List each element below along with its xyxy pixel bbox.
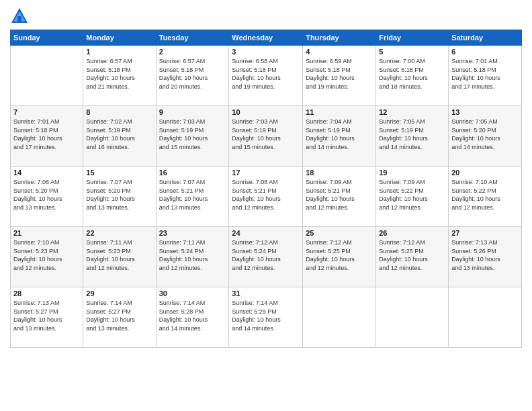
day-info: Sunrise: 7:03 AM Sunset: 5:19 PM Dayligh… [159,118,226,151]
calendar-cell: 31Sunrise: 7:14 AM Sunset: 5:29 PM Dayli… [229,287,303,348]
calendar-cell: 11Sunrise: 7:04 AM Sunset: 5:19 PM Dayli… [303,106,376,167]
calendar-cell: 24Sunrise: 7:12 AM Sunset: 5:24 PM Dayli… [229,227,303,287]
day-number: 13 [451,108,519,116]
calendar-week-row: 14Sunrise: 7:06 AM Sunset: 5:20 PM Dayli… [11,167,522,227]
weekday-header: Tuesday [156,30,229,46]
calendar-cell: 17Sunrise: 7:08 AM Sunset: 5:21 PM Dayli… [229,167,303,227]
weekday-header: Sunday [11,30,83,46]
day-info: Sunrise: 7:07 AM Sunset: 5:20 PM Dayligh… [86,178,152,212]
day-info: Sunrise: 7:03 AM Sunset: 5:19 PM Dayligh… [232,118,300,151]
day-number: 2 [159,48,226,56]
day-number: 11 [306,108,373,116]
day-info: Sunrise: 6:57 AM Sunset: 5:18 PM Dayligh… [159,57,226,91]
day-number: 27 [451,229,519,237]
day-number: 9 [159,108,226,116]
calendar-cell: 20Sunrise: 7:10 AM Sunset: 5:22 PM Dayli… [449,167,522,227]
calendar-cell: 15Sunrise: 7:07 AM Sunset: 5:20 PM Dayli… [83,167,156,227]
day-info: Sunrise: 7:11 AM Sunset: 5:23 PM Dayligh… [86,238,152,272]
day-number: 20 [451,169,519,177]
weekday-header: Saturday [449,30,522,46]
calendar-cell: 5Sunrise: 7:00 AM Sunset: 5:18 PM Daylig… [376,46,449,106]
calendar-cell: 27Sunrise: 7:13 AM Sunset: 5:26 PM Dayli… [449,227,522,287]
day-number: 15 [86,169,152,177]
day-number: 10 [232,108,300,116]
day-info: Sunrise: 7:08 AM Sunset: 5:21 PM Dayligh… [232,178,300,212]
day-info: Sunrise: 7:05 AM Sunset: 5:20 PM Dayligh… [451,118,519,151]
day-info: Sunrise: 7:12 AM Sunset: 5:25 PM Dayligh… [306,238,373,272]
day-number: 6 [451,48,519,56]
calendar-cell: 4Sunrise: 6:59 AM Sunset: 5:18 PM Daylig… [303,46,376,106]
day-info: Sunrise: 7:11 AM Sunset: 5:24 PM Dayligh… [159,238,226,272]
calendar-cell [303,287,376,348]
calendar-week-row: 7Sunrise: 7:01 AM Sunset: 5:18 PM Daylig… [11,106,522,167]
day-number: 19 [379,169,445,177]
day-number: 21 [13,229,80,237]
day-number: 14 [13,169,80,177]
day-number: 22 [86,229,152,237]
day-info: Sunrise: 6:57 AM Sunset: 5:18 PM Dayligh… [86,57,152,91]
day-number: 1 [86,48,152,56]
calendar-cell: 8Sunrise: 7:02 AM Sunset: 5:19 PM Daylig… [83,106,156,167]
day-number: 31 [232,289,300,298]
day-number: 8 [86,108,152,116]
calendar-cell: 28Sunrise: 7:13 AM Sunset: 5:27 PM Dayli… [11,287,83,348]
calendar-cell [449,287,522,348]
calendar-cell: 9Sunrise: 7:03 AM Sunset: 5:19 PM Daylig… [156,106,229,167]
day-info: Sunrise: 7:10 AM Sunset: 5:22 PM Dayligh… [451,178,519,212]
day-info: Sunrise: 7:09 AM Sunset: 5:21 PM Dayligh… [306,178,373,212]
calendar-cell: 2Sunrise: 6:57 AM Sunset: 5:18 PM Daylig… [156,46,229,106]
calendar-cell: 23Sunrise: 7:11 AM Sunset: 5:24 PM Dayli… [156,227,229,287]
day-info: Sunrise: 6:58 AM Sunset: 5:18 PM Dayligh… [232,57,300,91]
calendar-cell: 18Sunrise: 7:09 AM Sunset: 5:21 PM Dayli… [303,167,376,227]
logo-icon [10,7,29,26]
day-info: Sunrise: 7:10 AM Sunset: 5:23 PM Dayligh… [13,238,80,272]
page-header [10,7,522,26]
calendar-cell: 14Sunrise: 7:06 AM Sunset: 5:20 PM Dayli… [11,167,83,227]
calendar-cell: 10Sunrise: 7:03 AM Sunset: 5:19 PM Dayli… [229,106,303,167]
logo [10,7,32,26]
calendar-week-row: 28Sunrise: 7:13 AM Sunset: 5:27 PM Dayli… [11,287,522,348]
calendar-cell: 1Sunrise: 6:57 AM Sunset: 5:18 PM Daylig… [83,46,156,106]
calendar-cell: 6Sunrise: 7:01 AM Sunset: 5:18 PM Daylig… [449,46,522,106]
day-info: Sunrise: 7:14 AM Sunset: 5:28 PM Dayligh… [159,299,226,332]
day-info: Sunrise: 7:04 AM Sunset: 5:19 PM Dayligh… [306,118,373,151]
calendar-cell: 12Sunrise: 7:05 AM Sunset: 5:19 PM Dayli… [376,106,449,167]
day-number: 25 [306,229,373,237]
day-info: Sunrise: 6:59 AM Sunset: 5:18 PM Dayligh… [306,57,373,91]
day-number: 28 [13,289,80,298]
svg-rect-2 [17,16,21,21]
weekday-header: Thursday [303,30,376,46]
day-number: 29 [86,289,152,298]
calendar-cell: 19Sunrise: 7:09 AM Sunset: 5:22 PM Dayli… [376,167,449,227]
day-info: Sunrise: 7:13 AM Sunset: 5:27 PM Dayligh… [13,299,80,332]
weekday-header-row: SundayMondayTuesdayWednesdayThursdayFrid… [11,30,522,46]
weekday-header: Monday [83,30,156,46]
day-info: Sunrise: 7:05 AM Sunset: 5:19 PM Dayligh… [379,118,445,151]
day-info: Sunrise: 7:06 AM Sunset: 5:20 PM Dayligh… [13,178,80,212]
calendar-cell: 7Sunrise: 7:01 AM Sunset: 5:18 PM Daylig… [11,106,83,167]
calendar-cell: 13Sunrise: 7:05 AM Sunset: 5:20 PM Dayli… [449,106,522,167]
day-info: Sunrise: 7:02 AM Sunset: 5:19 PM Dayligh… [86,118,152,151]
calendar-cell: 16Sunrise: 7:07 AM Sunset: 5:21 PM Dayli… [156,167,229,227]
day-info: Sunrise: 7:07 AM Sunset: 5:21 PM Dayligh… [159,178,226,212]
calendar-cell: 30Sunrise: 7:14 AM Sunset: 5:28 PM Dayli… [156,287,229,348]
day-number: 30 [159,289,226,298]
calendar-page: SundayMondayTuesdayWednesdayThursdayFrid… [0,0,532,411]
day-number: 23 [159,229,226,237]
day-info: Sunrise: 7:09 AM Sunset: 5:22 PM Dayligh… [379,178,445,212]
day-info: Sunrise: 7:12 AM Sunset: 5:25 PM Dayligh… [379,238,445,272]
calendar-cell: 21Sunrise: 7:10 AM Sunset: 5:23 PM Dayli… [11,227,83,287]
calendar-cell [376,287,449,348]
day-number: 17 [232,169,300,177]
day-info: Sunrise: 7:01 AM Sunset: 5:18 PM Dayligh… [13,118,80,151]
day-number: 26 [379,229,445,237]
day-number: 5 [379,48,445,56]
calendar-cell: 26Sunrise: 7:12 AM Sunset: 5:25 PM Dayli… [376,227,449,287]
day-info: Sunrise: 7:01 AM Sunset: 5:18 PM Dayligh… [451,57,519,91]
calendar-cell: 3Sunrise: 6:58 AM Sunset: 5:18 PM Daylig… [229,46,303,106]
day-number: 24 [232,229,300,237]
day-info: Sunrise: 7:13 AM Sunset: 5:26 PM Dayligh… [451,238,519,272]
day-number: 12 [379,108,445,116]
calendar-cell: 29Sunrise: 7:14 AM Sunset: 5:27 PM Dayli… [83,287,156,348]
calendar-week-row: 1Sunrise: 6:57 AM Sunset: 5:18 PM Daylig… [11,46,522,106]
